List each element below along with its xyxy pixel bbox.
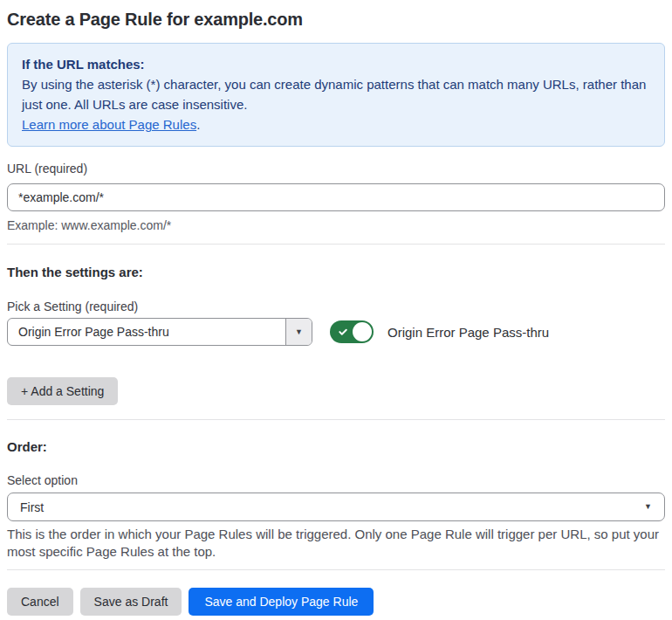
info-box-heading: If the URL matches: [22,54,650,74]
settings-section-heading: Then the settings are: [7,264,665,280]
cancel-button[interactable]: Cancel [7,588,73,616]
page-title: Create a Page Rule for example.com [7,9,665,30]
divider [7,569,665,570]
link-suffix: . [196,117,200,132]
chevron-down-icon: ▼ [295,328,303,336]
url-input[interactable] [7,183,665,211]
setting-dropdown-button[interactable]: ▼ [285,319,312,345]
order-helper-text: This is the order in which your Page Rul… [7,526,665,561]
setting-toggle[interactable] [330,320,374,343]
chevron-down-icon: ▼ [644,503,652,511]
info-box-body: By using the asterisk (*) character, you… [22,74,650,114]
order-select-value: First [20,500,44,514]
save-draft-button[interactable]: Save as Draft [80,588,182,616]
setting-row: Origin Error Page Pass-thru ▼ Origin Err… [7,318,665,346]
save-deploy-button[interactable]: Save and Deploy Page Rule [189,588,374,616]
info-link-line: Learn more about Page Rules. [22,114,650,134]
url-label: URL (required) [7,161,665,176]
toggle-knob [353,322,372,341]
select-option-label: Select option [7,472,665,488]
url-match-info-box: If the URL matches: By using the asteris… [7,43,665,147]
check-icon [338,327,348,337]
create-page-rule-panel: Create a Page Rule for example.com If th… [0,0,672,616]
pick-setting-label: Pick a Setting (required) [7,299,665,314]
setting-dropdown[interactable]: Origin Error Page Pass-thru ▼ [7,318,312,346]
footer-actions: Cancel Save as Draft Save and Deploy Pag… [7,588,665,616]
divider [7,419,665,420]
add-setting-button[interactable]: + Add a Setting [7,377,118,405]
url-helper-text: Example: www.example.com/* [7,217,665,233]
order-section-heading: Order: [7,438,665,455]
divider [7,244,665,245]
setting-toggle-label: Origin Error Page Pass-thru [387,325,549,340]
order-select[interactable]: First ▼ [7,493,665,521]
setting-dropdown-value: Origin Error Page Pass-thru [8,319,285,345]
learn-more-link[interactable]: Learn more about Page Rules [22,117,196,132]
